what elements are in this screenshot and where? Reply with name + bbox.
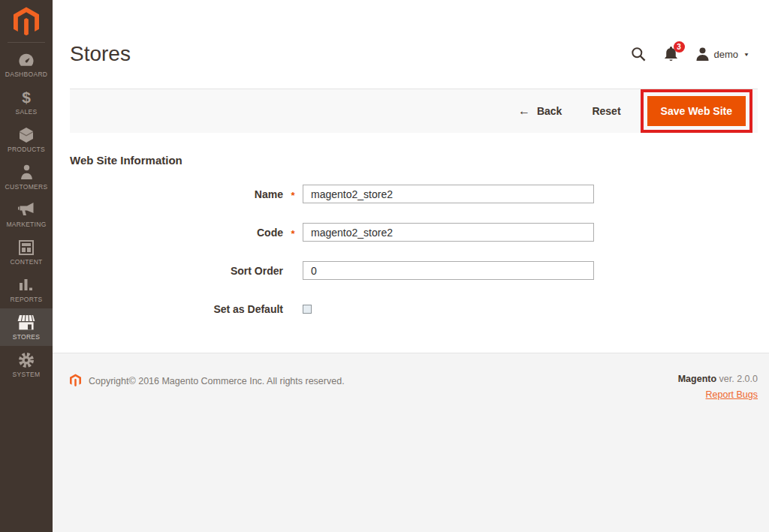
set-as-default-label: Set as Default (70, 303, 283, 315)
sort-order-field-label: Sort Order (70, 265, 283, 277)
page-title: Stores (70, 42, 131, 66)
form-row-sort-order: Sort Order (70, 261, 752, 280)
customers-icon (20, 164, 33, 181)
sidebar-item-label: CONTENT (10, 258, 42, 266)
sidebar-item-stores[interactable]: STORES (0, 308, 53, 346)
save-button-highlight-annotation: Save Web Site (641, 89, 752, 133)
required-marker-spacer (283, 308, 303, 310)
sidebar-item-dashboard[interactable]: DASHBOARD (0, 46, 53, 83)
back-button[interactable]: ← Back (518, 105, 562, 117)
brand-label: Magento (678, 374, 716, 384)
form-row-set-as-default: Set as Default (70, 299, 752, 318)
marketing-icon (18, 202, 35, 218)
sidebar-item-label: STORES (13, 333, 41, 341)
sidebar-item-label: SALES (16, 108, 38, 116)
code-field[interactable] (303, 223, 594, 242)
products-icon (19, 127, 34, 143)
sidebar-item-products[interactable]: PRODUCTS (0, 121, 53, 158)
magento-logo[interactable] (0, 0, 53, 42)
sidebar-item-system[interactable]: SYSTEM (0, 346, 53, 383)
copyright-text: Copyright© 2016 Magento Commerce Inc. Al… (89, 374, 345, 386)
form-row-code: Code * (70, 223, 752, 242)
version-label: ver. 2.0.0 (716, 374, 758, 384)
username-label: demo (714, 49, 739, 60)
back-arrow-icon: ← (518, 105, 530, 117)
header-actions: 3 demo ▼ (631, 47, 749, 62)
notification-count-badge: 3 (674, 41, 685, 53)
page-footer: Copyright© 2016 Magento Commerce Inc. Al… (53, 353, 769, 532)
save-web-site-button[interactable]: Save Web Site (647, 96, 746, 126)
name-field[interactable] (303, 185, 594, 203)
sidebar-item-label: DASHBOARD (5, 71, 48, 78)
code-field-label: Code (70, 227, 283, 239)
content-icon (19, 239, 34, 256)
sidebar-item-label: SYSTEM (13, 371, 41, 378)
admin-sidebar: DASHBOARD $ SALES PRODUCTS CUSTOMERS MAR… (0, 0, 53, 532)
user-avatar-icon (696, 47, 709, 61)
main-area: Stores 3 demo ▼ ← Back Reset Save Web Si… (53, 0, 769, 532)
sidebar-item-label: MARKETING (6, 221, 46, 228)
version-line: Magento ver. 2.0.0 (678, 374, 758, 384)
web-site-form: Name * Code * Sort Order Set as Default (70, 185, 752, 318)
name-field-label: Name (70, 188, 283, 200)
sidebar-item-label: PRODUCTS (8, 146, 45, 153)
sidebar-item-sales[interactable]: $ SALES (0, 83, 53, 121)
back-button-label: Back (537, 105, 562, 117)
footer-left: Copyright© 2016 Magento Commerce Inc. Al… (70, 374, 345, 387)
sidebar-item-label: CUSTOMERS (5, 183, 48, 191)
sidebar-item-customers[interactable]: CUSTOMERS (0, 158, 53, 196)
required-marker: * (283, 188, 303, 201)
required-marker-spacer (283, 269, 303, 272)
magento-footer-logo-icon (70, 374, 81, 387)
web-site-form-section: Web Site Information Name * Code * Sort … (53, 133, 769, 353)
sales-icon: $ (18, 89, 35, 106)
reports-icon (19, 277, 34, 293)
sort-order-field[interactable] (303, 261, 594, 280)
chevron-down-icon: ▼ (743, 51, 749, 56)
svg-text:$: $ (22, 89, 31, 106)
footer-right: Magento ver. 2.0.0 Report Bugs (678, 374, 758, 400)
form-row-name: Name * (70, 185, 752, 203)
required-marker: * (283, 226, 303, 239)
sidebar-item-reports[interactable]: REPORTS (0, 271, 53, 308)
section-title: Web Site Information (70, 154, 752, 167)
reset-button[interactable]: Reset (592, 105, 620, 117)
report-bugs-link[interactable]: Report Bugs (706, 389, 758, 400)
search-icon[interactable] (631, 47, 646, 62)
set-as-default-checkbox[interactable] (303, 305, 312, 314)
action-toolbar: ← Back Reset Save Web Site (70, 89, 758, 133)
sidebar-divider (8, 42, 45, 43)
page-header: Stores 3 demo ▼ (53, 0, 769, 89)
sidebar-item-content[interactable]: CONTENT (0, 233, 53, 271)
sidebar-item-marketing[interactable]: MARKETING (0, 196, 53, 233)
system-icon (18, 352, 35, 368)
stores-icon (17, 314, 35, 331)
dashboard-icon (18, 52, 35, 68)
notifications-bell-icon[interactable]: 3 (664, 47, 678, 62)
magento-logo-icon (14, 7, 39, 37)
user-menu[interactable]: demo ▼ (696, 47, 749, 61)
sidebar-item-label: REPORTS (10, 296, 42, 303)
